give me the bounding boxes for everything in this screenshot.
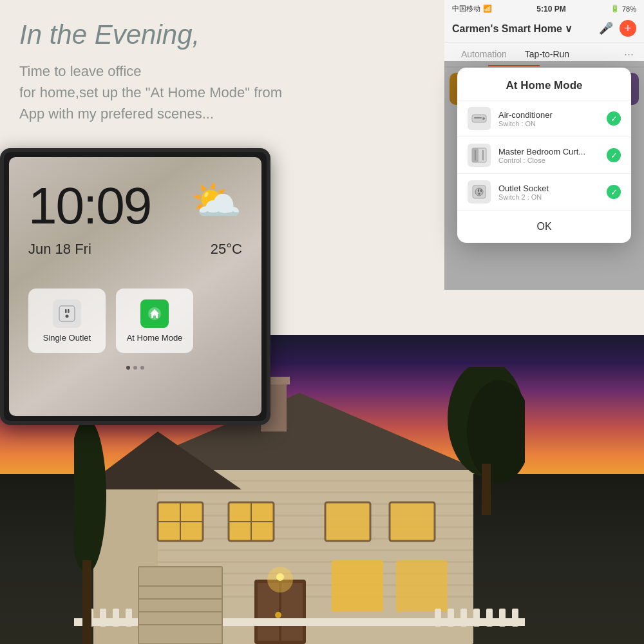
- outlet-icon: [468, 180, 491, 204]
- top-text-area: In the Evening, Time to leave office for…: [0, 0, 451, 155]
- display-apps: Single Outlet At Home Mode: [9, 276, 261, 366]
- dot-2: [133, 366, 137, 370]
- svg-point-2: [482, 117, 485, 120]
- svg-rect-19: [126, 549, 473, 551]
- outlet-app-icon: [53, 299, 81, 328]
- add-button[interactable]: +: [620, 20, 636, 37]
- ac-info: Air-conditioner Switch : ON: [498, 110, 599, 128]
- svg-rect-32: [390, 502, 435, 541]
- svg-rect-51: [100, 609, 106, 627]
- weather-display: ⛅: [191, 176, 242, 225]
- curtain-info: Master Bedroom Curt... Control : Close: [498, 147, 599, 164]
- home-title: Carmen's Smart Home ∨: [452, 23, 573, 35]
- curtain-status: Control : Close: [498, 156, 599, 164]
- battery-percent: 78%: [622, 5, 636, 13]
- carrier-text: 中国移动: [452, 4, 480, 14]
- svg-rect-63: [512, 609, 518, 627]
- dot-3: [140, 366, 144, 370]
- svg-rect-60: [473, 609, 480, 627]
- dialog-title: At Home Mode: [457, 68, 631, 100]
- subtext-line1: Time to leave office: [19, 63, 142, 79]
- ac-icon: [468, 107, 491, 130]
- headline: In the Evening,: [19, 19, 431, 50]
- svg-rect-64: [138, 567, 222, 644]
- phone-status-bar: 中国移动 📶 5:10 PM 🔋 78%: [444, 0, 644, 17]
- svg-rect-14: [126, 491, 473, 493]
- svg-rect-57: [435, 609, 441, 627]
- svg-rect-62: [499, 609, 506, 627]
- status-time: 5:10 PM: [536, 5, 565, 14]
- curtain-icon: [468, 144, 491, 167]
- curtain-check-icon: ✓: [607, 148, 621, 162]
- svg-point-11: [478, 193, 480, 195]
- outlet-check-icon: ✓: [607, 185, 621, 199]
- curtain-name: Master Bedroom Curt...: [498, 147, 599, 156]
- date-temp-row: Jun 18 Fri 25°C: [9, 236, 261, 263]
- subtext: Time to leave office for home,set up the…: [19, 61, 431, 124]
- svg-rect-71: [482, 464, 491, 515]
- svg-rect-10: [480, 189, 482, 192]
- svg-rect-52: [113, 609, 119, 627]
- outlet-name: Outlet Socket: [498, 184, 599, 193]
- svg-rect-31: [325, 502, 370, 541]
- display-date: Jun 18 Fri: [28, 241, 91, 258]
- svg-point-48: [276, 573, 284, 581]
- outlet-info: Outlet Socket Switch 2 : ON: [498, 184, 599, 201]
- svg-rect-41: [332, 560, 383, 612]
- dot-1: [126, 366, 130, 370]
- svg-rect-73: [82, 560, 91, 644]
- display-temp: 25°C: [211, 241, 242, 258]
- svg-point-77: [66, 314, 69, 317]
- svg-rect-76: [68, 309, 70, 313]
- home-mode-label: At Home Mode: [127, 333, 183, 343]
- status-left: 中国移动 📶: [452, 4, 492, 14]
- smart-display: 10:09 ⛅ Jun 18 Fri 25°C Single Outlet: [0, 148, 270, 425]
- weather-icon: ⛅: [191, 177, 242, 223]
- svg-rect-75: [65, 309, 67, 313]
- mic-icon[interactable]: 🎤: [599, 21, 613, 35]
- svg-rect-1: [474, 117, 482, 118]
- at-home-mode-dialog: At Home Mode Air-conditioner Switch : ON…: [457, 68, 631, 243]
- dialog-overlay: At Home Mode Air-conditioner Switch : ON…: [444, 61, 644, 290]
- svg-rect-42: [396, 560, 448, 612]
- wifi-icon: 📶: [483, 5, 492, 13]
- svg-rect-74: [59, 306, 75, 321]
- dialog-item-ac: Air-conditioner Switch : ON ✓: [457, 100, 631, 137]
- header-icons: 🎤 +: [599, 20, 636, 37]
- svg-rect-59: [460, 609, 467, 627]
- dialog-ok-button[interactable]: OK: [457, 210, 631, 243]
- home-mode-icon: [140, 299, 169, 328]
- app-single-outlet[interactable]: Single Outlet: [28, 289, 106, 353]
- svg-rect-61: [486, 609, 493, 627]
- svg-rect-58: [448, 609, 454, 627]
- display-time: 10:09: [28, 176, 151, 236]
- battery-icon: 🔋: [611, 5, 620, 13]
- dialog-item-curtain: Master Bedroom Curt... Control : Close ✓: [457, 137, 631, 173]
- app-at-home-mode[interactable]: At Home Mode: [116, 289, 193, 353]
- ac-status: Switch : ON: [498, 120, 599, 128]
- outlet-app-label: Single Outlet: [43, 333, 91, 343]
- phone-header: Carmen's Smart Home ∨ 🎤 +: [444, 17, 644, 43]
- display-screen: 10:09 ⛅ Jun 18 Fri 25°C Single Outlet: [9, 157, 261, 416]
- status-right: 🔋 78%: [611, 5, 636, 13]
- ac-check-icon: ✓: [607, 111, 621, 126]
- svg-point-46: [275, 612, 281, 618]
- subtext-line2: for home,set up the "At Home Mode" from: [19, 84, 282, 100]
- subtext-line3: App with my prefered scenes...: [19, 106, 214, 122]
- dialog-item-outlet: Outlet Socket Switch 2 : ON ✓: [457, 173, 631, 210]
- display-page-dots: [9, 366, 261, 376]
- svg-rect-53: [126, 609, 132, 627]
- svg-rect-9: [478, 189, 479, 192]
- phone-mockup: 中国移动 📶 5:10 PM 🔋 78% Carmen's Smart Home…: [444, 0, 644, 290]
- outlet-status: Switch 2 : ON: [498, 193, 599, 201]
- ac-name: Air-conditioner: [498, 110, 599, 120]
